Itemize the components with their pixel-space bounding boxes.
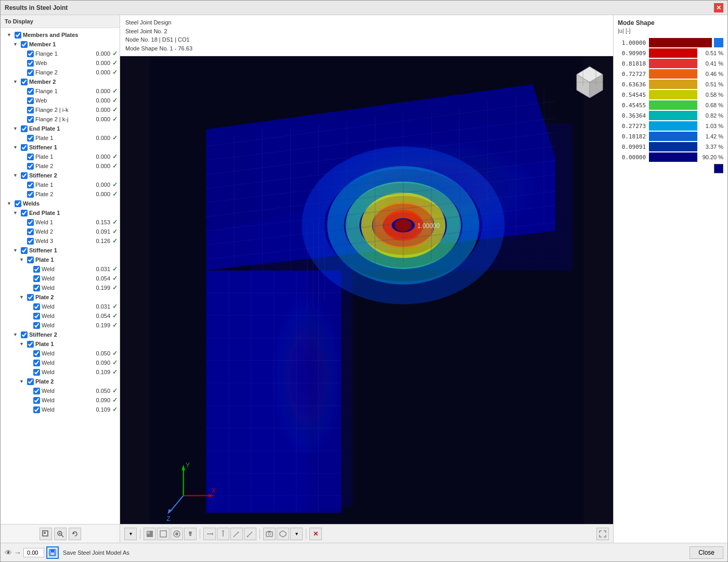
tree-item[interactable]: ▼Stiffener 1 <box>1 143 120 152</box>
tree-leaf-checkbox[interactable] <box>27 107 34 113</box>
tree-item[interactable]: ▼Stiffener 1 <box>1 246 120 255</box>
tree-leaf-checkbox[interactable] <box>33 406 40 413</box>
expand-icon[interactable]: ▼ <box>19 341 25 347</box>
tree-leaf-checkbox[interactable] <box>33 266 40 273</box>
tree-item[interactable]: Weld0.054✓ <box>1 274 120 283</box>
tree-checkbox[interactable] <box>21 210 28 216</box>
select-mode-button[interactable] <box>40 528 52 540</box>
tree-leaf-checkbox[interactable] <box>27 88 34 95</box>
tree-item[interactable]: Weld0.031✓ <box>1 264 120 274</box>
fullscreen-button[interactable] <box>596 528 609 540</box>
tree-item[interactable]: Weld0.031✓ <box>1 302 120 311</box>
tree-item[interactable]: Plate 10.000✓ <box>1 133 120 143</box>
cube-navigator[interactable] <box>571 61 608 98</box>
tree-item[interactable]: Web0.000✓ <box>1 58 120 68</box>
expand-icon[interactable]: ▼ <box>13 42 19 47</box>
expand-icon[interactable]: ▼ <box>13 145 19 150</box>
tree-item[interactable]: Flange 20.000✓ <box>1 68 120 77</box>
tree-leaf-checkbox[interactable] <box>27 154 34 160</box>
expand-icon[interactable]: ▼ <box>13 173 19 178</box>
tree-item[interactable]: Weld 20.091✓ <box>1 227 120 236</box>
expand-icon[interactable]: ▼ <box>13 79 19 84</box>
expand-icon[interactable]: ▼ <box>13 248 19 253</box>
tree-checkbox[interactable] <box>21 247 28 254</box>
tree-item[interactable]: Flange 10.000✓ <box>1 86 120 96</box>
move-x-button[interactable] <box>203 528 216 540</box>
tree-item[interactable]: ▼Welds <box>1 199 120 208</box>
tree-leaf-checkbox[interactable] <box>27 238 34 245</box>
tree-checkbox[interactable] <box>27 378 34 385</box>
expand-icon[interactable]: ▼ <box>7 32 13 37</box>
tree-checkbox[interactable] <box>21 125 28 132</box>
move-y-button[interactable] <box>217 528 229 540</box>
tree-item[interactable]: Weld0.050✓ <box>1 386 120 395</box>
rotate-button[interactable] <box>69 528 81 540</box>
tree-leaf-checkbox[interactable] <box>27 69 34 76</box>
tree-checkbox[interactable] <box>21 172 28 179</box>
expand-icon[interactable]: ▼ <box>13 332 19 337</box>
close-button[interactable]: Close <box>690 546 723 559</box>
zoom-button[interactable] <box>54 528 67 540</box>
tree-item[interactable]: Plate 20.000✓ <box>1 161 120 171</box>
tree-item[interactable]: ▼Member 1 <box>1 40 120 49</box>
tree-item[interactable]: ▼Member 2 <box>1 77 120 86</box>
camera-button[interactable] <box>263 528 276 540</box>
tree-leaf-checkbox[interactable] <box>27 97 34 104</box>
tree-item[interactable]: ▼Plate 2 <box>1 377 120 386</box>
light-button[interactable] <box>184 528 197 540</box>
tree-item[interactable]: Flange 10.000✓ <box>1 49 120 58</box>
tree-checkbox[interactable] <box>27 341 34 348</box>
tree-leaf-checkbox[interactable] <box>33 388 40 394</box>
tree-checkbox[interactable] <box>27 257 34 263</box>
tree-item[interactable]: ▼Plate 2 <box>1 292 120 302</box>
tree-leaf-checkbox[interactable] <box>27 191 34 198</box>
tree-item[interactable]: Plate 20.000✓ <box>1 189 120 199</box>
save-model-button[interactable] <box>46 546 59 559</box>
tree-item[interactable]: Weld0.199✓ <box>1 321 120 330</box>
tree-item[interactable]: Plate 10.000✓ <box>1 152 120 161</box>
tree-checkbox[interactable] <box>21 331 28 338</box>
tree-leaf-checkbox[interactable] <box>33 360 40 366</box>
tree-leaf-checkbox[interactable] <box>27 50 34 57</box>
stop-button[interactable]: ✕ <box>309 528 322 540</box>
tree-item[interactable]: Flange 2 | k-j0.000✓ <box>1 114 120 124</box>
tree-item[interactable]: ▼Plate 1 <box>1 255 120 264</box>
tree-item[interactable]: Weld0.109✓ <box>1 405 120 414</box>
window-close-button[interactable]: ✕ <box>714 3 723 12</box>
tree-leaf-checkbox[interactable] <box>33 313 40 320</box>
tree-leaf-checkbox[interactable] <box>33 285 40 291</box>
expand-icon[interactable]: ▼ <box>19 379 25 384</box>
tree-leaf-checkbox[interactable] <box>27 116 34 123</box>
expand-icon[interactable]: ▼ <box>13 126 19 131</box>
tree-checkbox[interactable] <box>21 79 28 85</box>
tree-item[interactable]: ▼Plate 1 <box>1 339 120 349</box>
expand-icon[interactable]: ▼ <box>7 201 13 206</box>
tree-item[interactable]: Weld0.054✓ <box>1 311 120 321</box>
tree-item[interactable]: Weld 30.126✓ <box>1 236 120 246</box>
tree-container[interactable]: ▼Members and Plates▼Member 1Flange 10.00… <box>1 28 120 524</box>
view-dropdown-button[interactable]: ▾ <box>124 528 137 540</box>
move-z2-button[interactable] <box>244 528 256 540</box>
tree-leaf-checkbox[interactable] <box>27 228 34 235</box>
expand-icon[interactable]: ▼ <box>19 257 25 262</box>
tree-item[interactable]: Web0.000✓ <box>1 96 120 105</box>
tree-item[interactable]: Flange 2 | i-k0.000✓ <box>1 105 120 114</box>
tree-leaf-checkbox[interactable] <box>33 322 40 329</box>
tree-leaf-checkbox[interactable] <box>33 397 40 404</box>
tree-leaf-checkbox[interactable] <box>33 350 40 357</box>
tree-item[interactable]: ▼End Plate 1 <box>1 124 120 133</box>
wireframe-button[interactable] <box>157 528 170 540</box>
expand-icon[interactable]: ▼ <box>19 295 25 300</box>
tree-checkbox[interactable] <box>21 144 28 151</box>
tree-item[interactable]: Weld0.050✓ <box>1 349 120 358</box>
tree-item[interactable]: Plate 10.000✓ <box>1 180 120 189</box>
iso-button[interactable] <box>277 528 289 540</box>
tree-leaf-checkbox[interactable] <box>33 369 40 376</box>
expand-icon[interactable]: ▼ <box>13 210 19 215</box>
tree-item[interactable]: ▼Stiffener 2 <box>1 171 120 180</box>
tree-leaf-checkbox[interactable] <box>33 303 40 310</box>
tree-leaf-checkbox[interactable] <box>27 60 34 67</box>
render-mode-button[interactable] <box>144 528 156 540</box>
tree-item[interactable]: Weld0.090✓ <box>1 395 120 405</box>
tree-item[interactable]: Weld0.199✓ <box>1 283 120 292</box>
